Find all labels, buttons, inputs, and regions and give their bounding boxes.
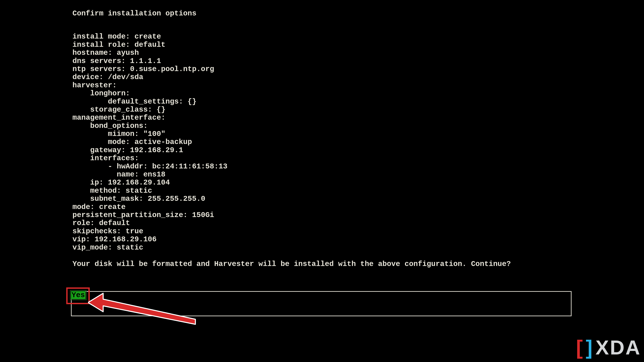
bracket-close-icon: ] bbox=[586, 336, 594, 359]
screen-title: Confirm installation options bbox=[72, 9, 511, 17]
installer-screen: Confirm installation options install mod… bbox=[0, 0, 644, 362]
xda-watermark: [] XDA bbox=[576, 336, 641, 359]
confirm-yes-option[interactable]: Yes bbox=[71, 291, 86, 299]
watermark-text: XDA bbox=[596, 336, 641, 359]
bracket-open-icon: [ bbox=[576, 336, 584, 359]
content-area: Confirm installation options install mod… bbox=[72, 9, 511, 268]
svg-marker-0 bbox=[88, 293, 196, 324]
annotation-arrow-icon bbox=[88, 293, 199, 326]
installation-config-text: install mode: create install role: defau… bbox=[72, 32, 511, 252]
option-list-box[interactable] bbox=[71, 291, 572, 316]
confirm-prompt: Your disk will be formatted and Harveste… bbox=[72, 260, 511, 268]
